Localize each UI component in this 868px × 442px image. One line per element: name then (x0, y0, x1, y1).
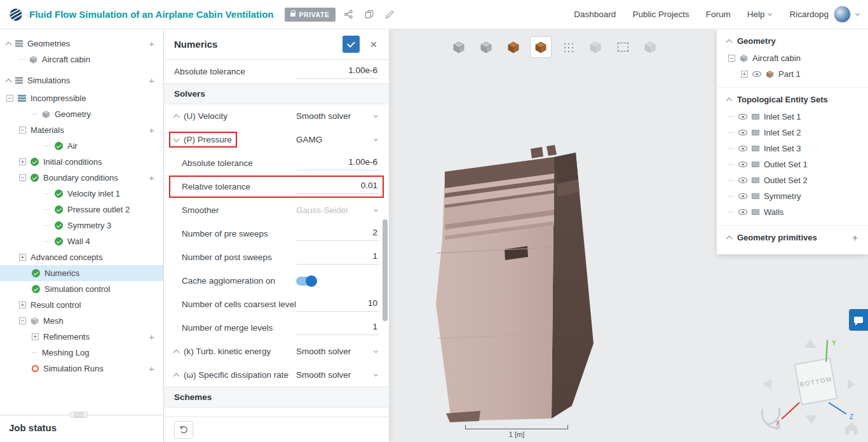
setting-input[interactable]: 1 (296, 321, 379, 335)
tree-item-mesh[interactable]: Mesh (0, 313, 163, 329)
tree-item-incompressible[interactable]: Incompressible (0, 90, 163, 106)
scrollbar-thumb[interactable] (383, 219, 388, 321)
rotate-down-arrow[interactable] (805, 415, 818, 424)
tree-item-numerics[interactable]: Numerics (0, 265, 163, 281)
collapse-caret-icon[interactable] (6, 79, 12, 85)
numerics-scrollbar[interactable] (383, 62, 388, 414)
setting-input[interactable]: 1.00e-6 (296, 64, 379, 79)
tree-item-boundary-conditions[interactable]: Boundary conditions (0, 170, 163, 186)
visibility-eye-icon[interactable] (738, 146, 747, 151)
panel-item-outlet-set-1[interactable]: Outlet Set 1 (717, 156, 868, 172)
cabin-3d-model[interactable] (427, 144, 618, 436)
rotate-left-arrow[interactable] (763, 379, 771, 389)
tree-item-simulations[interactable]: Simulations (0, 73, 163, 88)
panel-item-inlet-set-1[interactable]: Inlet Set 1 (717, 109, 868, 125)
collapse-caret-icon[interactable] (173, 373, 180, 380)
setting-select[interactable]: GAMG (295, 135, 379, 144)
box-select-icon[interactable] (612, 36, 634, 58)
expand-plus-icon[interactable] (19, 301, 26, 308)
rotate-right-arrow[interactable] (848, 379, 855, 389)
visibility-eye-icon[interactable] (738, 193, 747, 199)
expand-plus-icon[interactable] (19, 158, 26, 165)
tree-item-air[interactable]: Air (0, 138, 163, 154)
tree-item-geometry[interactable]: Geometry (0, 106, 163, 122)
panel-item-inlet-set-3[interactable]: Inlet Set 3 (717, 141, 868, 156)
undo-button[interactable] (174, 421, 193, 439)
setting-input[interactable]: 0.01 (296, 179, 379, 194)
collapse-minus-icon[interactable] (19, 127, 26, 134)
view-transparent-icon[interactable] (585, 36, 606, 58)
apply-settings-button[interactable] (342, 36, 360, 53)
tree-item-refinements[interactable]: Refinements (0, 329, 163, 345)
share-icon[interactable] (342, 8, 356, 22)
toggle-switch[interactable] (296, 277, 315, 286)
collapse-caret-icon[interactable] (173, 114, 180, 121)
setting-input[interactable]: 1 (296, 250, 379, 265)
panel-item-part-1[interactable]: Part 1 (717, 66, 868, 82)
add-button[interactable] (146, 332, 157, 342)
visibility-eye-icon[interactable] (752, 71, 761, 77)
panel-item-outlet-set-2[interactable]: Outlet Set 2 (717, 172, 868, 188)
panel-item-walls[interactable]: Walls (717, 204, 868, 220)
tree-item-pressure-outlet-2[interactable]: Pressure outlet 2 (0, 202, 163, 218)
view-volumes-icon[interactable] (530, 36, 552, 58)
visibility-eye-icon[interactable] (738, 209, 747, 215)
visibility-eye-icon[interactable] (738, 130, 747, 135)
visibility-eye-icon[interactable] (738, 114, 747, 120)
collapse-caret-icon[interactable] (726, 236, 733, 242)
tree-item-simulation-runs[interactable]: Simulation Runs (0, 361, 163, 376)
collapse-minus-icon[interactable] (19, 174, 26, 181)
tree-item-geometries[interactable]: Geometries (0, 36, 163, 52)
nav-cube[interactable]: BOTTOM (795, 358, 837, 404)
user-menu[interactable]: Ricardopg (789, 6, 859, 23)
collapse-caret-icon[interactable] (173, 350, 180, 356)
edit-pencil-icon[interactable] (383, 8, 397, 22)
add-button[interactable] (146, 76, 157, 85)
collapse-minus-icon[interactable] (6, 95, 13, 102)
tree-item-velocity-inlet-1[interactable]: Velocity inlet 1 (0, 186, 163, 202)
setting-select[interactable]: Smooth solver (295, 370, 379, 380)
setting-select[interactable]: Smooth solver (295, 111, 379, 121)
tree-item-aircraft-cabin[interactable]: Aircraft cabin (0, 52, 163, 67)
add-button[interactable] (146, 173, 157, 183)
tree-item-meshing-log[interactable]: Meshing Log (0, 345, 163, 361)
copy-icon[interactable] (362, 8, 376, 22)
nav-public-projects[interactable]: Public Projects (632, 10, 689, 19)
tree-item-result-control[interactable]: Result control (0, 297, 163, 313)
view-mesh-icon[interactable] (639, 36, 661, 58)
view-solid-icon[interactable] (475, 36, 497, 58)
section-header-geometry-primitives[interactable]: Geometry primitives (717, 227, 868, 247)
home-view-icon[interactable] (845, 422, 858, 434)
tree-item-symmetry-3[interactable]: Symmetry 3 (0, 218, 163, 233)
setting-input[interactable]: 2 (296, 226, 379, 241)
tree-item-advanced-concepts[interactable]: Advanced concepts (0, 249, 163, 265)
tree-item-wall-4[interactable]: Wall 4 (0, 233, 163, 249)
collapse-caret-icon[interactable] (173, 136, 180, 142)
tree-item-simulation-control[interactable]: Simulation control (0, 281, 163, 297)
nav-dashboard[interactable]: Dashboard (574, 10, 616, 19)
expand-plus-icon[interactable] (19, 254, 26, 261)
tree-item-materials[interactable]: Materials (0, 122, 163, 138)
setting-select[interactable]: Smooth solver (295, 347, 379, 356)
visibility-eye-icon[interactable] (738, 162, 747, 167)
add-button[interactable] (146, 39, 157, 48)
add-button[interactable] (146, 125, 157, 135)
collapse-minus-icon[interactable] (728, 55, 735, 62)
section-header-topological-entity-sets[interactable]: Topological Entity Sets (717, 89, 868, 109)
rotate-up-arrow[interactable] (804, 339, 817, 348)
view-surfaces-icon[interactable] (503, 36, 524, 58)
section-header-geometry[interactable]: Geometry (717, 31, 868, 50)
collapse-caret-icon[interactable] (726, 98, 733, 104)
tree-item-initial-conditions[interactable]: Initial conditions (0, 154, 163, 170)
setting-input[interactable]: 10 (296, 297, 379, 312)
view-geometry-icon[interactable] (448, 36, 470, 58)
sidebar-collapse-handle[interactable] (70, 411, 88, 418)
panel-item-aircraft-cabin[interactable]: Aircraft cabin (717, 50, 868, 66)
expand-plus-icon[interactable] (32, 333, 39, 340)
setting-input[interactable]: 1.00e-6 (296, 156, 379, 170)
avatar[interactable] (834, 6, 851, 23)
app-logo[interactable] (9, 8, 23, 22)
collapse-minus-icon[interactable] (19, 317, 26, 324)
visibility-eye-icon[interactable] (738, 177, 747, 183)
nav-help[interactable]: Help (747, 10, 772, 19)
